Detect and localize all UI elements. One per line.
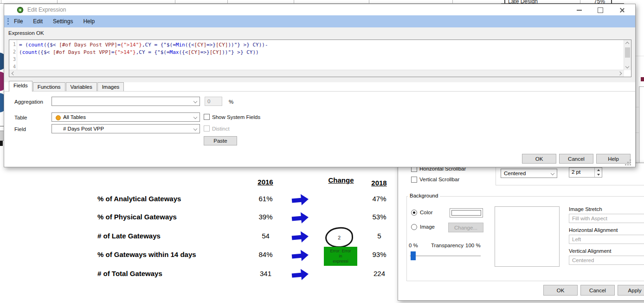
alignment-combo[interactable]: Centered [501, 169, 557, 178]
grid-line [580, 0, 580, 3]
spin-up-button[interactable] [595, 168, 602, 172]
screen: Late Design 75% 2016 Change 2018 % of An… [0, 0, 644, 303]
group-border [496, 185, 644, 185]
menu-settings[interactable]: Settings [48, 16, 78, 26]
scrollbar-thumb[interactable] [625, 47, 630, 58]
help-button[interactable]: Help [596, 154, 631, 164]
table-label: Table [14, 115, 27, 120]
distinct-label: Distinct [212, 126, 230, 132]
blue-arrow-icon [291, 211, 309, 224]
title-bar: Edit Expression [4, 4, 635, 15]
transparency-slider-track[interactable] [410, 255, 481, 257]
cancel-button[interactable]: Cancel [559, 154, 593, 164]
apply-button[interactable]: Apply [618, 285, 644, 296]
group-border [406, 196, 644, 197]
background-group-label: Background [408, 193, 440, 198]
grid-line [1, 0, 1, 3]
grid-line [636, 56, 644, 56]
image-radio[interactable] [411, 224, 417, 230]
tab-variables[interactable]: Variables [66, 82, 97, 92]
row-label: % of Physical Gateways [97, 213, 177, 221]
menu-file[interactable]: File [9, 16, 28, 26]
show-system-fields-label: Show System Fields [212, 114, 260, 120]
vertical-alignment-combo: Centered [569, 256, 644, 265]
value-2018: 93% [362, 250, 397, 258]
row-label: % of Gateways within 14 days [97, 250, 196, 258]
maximize-button[interactable] [592, 6, 608, 14]
transparency-slider-handle[interactable] [411, 251, 416, 260]
image-stretch-combo: Fill with Aspect [569, 214, 644, 223]
tab-images[interactable]: Images [97, 82, 124, 92]
blue-arrow-icon [291, 193, 309, 206]
horizontal-alignment-label: Horizontal Alignment [569, 227, 618, 233]
vertical-scrollbar[interactable] [624, 40, 631, 70]
table-cell-border [611, 0, 612, 4]
value-2016: 54 [248, 232, 283, 240]
column-header-2018: 2018 [364, 179, 394, 187]
value-2016: 84% [248, 250, 283, 258]
show-system-fields-checkbox[interactable] [204, 114, 210, 120]
image-radio-label: Image [420, 224, 435, 230]
table-combo[interactable]: All Tables [52, 112, 200, 122]
scroll-right-icon[interactable] [618, 72, 622, 75]
field-combo[interactable]: # Days Post VPP [52, 124, 200, 133]
expression-editor[interactable]: 1 2 3 4 = (count({$< [#of Days Post VPP]… [9, 40, 631, 77]
ok-button[interactable]: OK [522, 154, 556, 164]
background-preview-box [495, 206, 560, 267]
blue-arrow-icon [291, 231, 309, 243]
value-2018: 47% [362, 195, 397, 203]
transparency-min-label: 0 % [409, 243, 418, 248]
chevron-down-icon[interactable] [193, 127, 197, 131]
spin-down-button[interactable] [595, 172, 602, 177]
transparency-label: Transparency [431, 243, 464, 248]
transparency-max-label: 100 % [465, 243, 481, 248]
expression-line-2: (count({$< [#of Days Post VPP]={">14"},C… [19, 49, 259, 55]
tab-fields[interactable]: Fields [9, 81, 32, 92]
scroll-down-icon[interactable] [625, 65, 629, 68]
background-cell-late-design: Late Design [508, 0, 564, 4]
paste-button[interactable]: Paste [204, 136, 237, 145]
hand-drawn-circle-annotation: 2 [325, 226, 354, 248]
color-radio[interactable] [411, 210, 417, 216]
grid-line [227, 0, 228, 3]
vertical-scrollbar-checkbox[interactable] [411, 177, 417, 183]
color-radio-label: Color [420, 210, 432, 215]
tab-functions[interactable]: Functions [33, 82, 65, 92]
edit-expression-dialog: Edit Expression File Edit Settings Help … [4, 4, 636, 167]
resize-grip[interactable] [630, 159, 631, 161]
value-2018: 224 [362, 270, 397, 277]
expression-error-cell: Error: Error in expressi [324, 247, 357, 266]
cancel-button[interactable]: Cancel [580, 285, 615, 296]
chevron-down-icon[interactable] [551, 171, 554, 175]
line-number: 3 [9, 57, 16, 62]
aggregation-percent-field: 0 [205, 97, 222, 106]
color-swatch-button[interactable] [450, 208, 483, 217]
line-number: 4 [9, 64, 16, 69]
window-title: Edit Expression [27, 7, 66, 13]
tab-divider [4, 91, 635, 92]
table-dot-icon [56, 115, 61, 120]
close-icon [619, 7, 625, 13]
window-edge-mark [0, 141, 3, 146]
background-fragment [641, 77, 644, 81]
ok-button[interactable]: OK [543, 285, 578, 296]
blue-arrow-icon [291, 249, 309, 262]
chevron-down-icon[interactable] [193, 99, 197, 103]
minimize-icon [577, 10, 582, 11]
menu-help[interactable]: Help [78, 16, 100, 26]
aggregation-combo[interactable] [52, 97, 200, 106]
grid-line [294, 0, 294, 3]
menu-edit[interactable]: Edit [28, 16, 48, 26]
minimize-button[interactable] [571, 6, 587, 14]
close-button[interactable] [614, 6, 630, 14]
scroll-left-icon[interactable] [12, 72, 15, 75]
aggregation-label: Aggregation [14, 99, 43, 105]
scroll-up-icon[interactable] [625, 42, 629, 46]
border-width-spinner[interactable]: 2 pt [569, 167, 602, 178]
column-header-change: Change [325, 176, 357, 184]
background-panel-fragment [639, 86, 644, 165]
value-2018: 5 [362, 232, 397, 240]
chevron-down-icon[interactable] [193, 115, 197, 119]
horizontal-scrollbar[interactable] [9, 70, 624, 77]
table-cell-border [504, 0, 505, 4]
